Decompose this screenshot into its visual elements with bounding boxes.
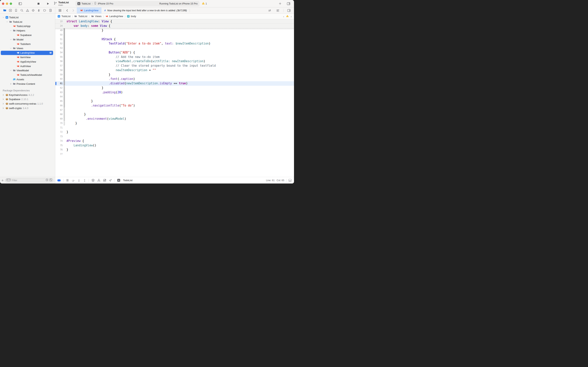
sticky-code-line[interactable]: 24 var body: some View { (55, 24, 294, 28)
sidebar-item-views[interactable]: Views (0, 46, 55, 51)
sidebar-item-landingview[interactable]: LandingViewM (0, 50, 55, 55)
editor-layout-icon[interactable] (57, 8, 63, 13)
sidebar-item-todolistviewmodel[interactable]: TodoListViewModel (0, 73, 55, 77)
code-line[interactable]: 72} (55, 130, 294, 134)
sidebar-item-todolistapp[interactable]: TodoListApp (0, 24, 55, 29)
code-line[interactable]: 53 (55, 46, 294, 50)
line-number[interactable]: 73 (55, 134, 63, 139)
code-line[interactable]: 52 TextField("Enter a to-do item", text:… (55, 42, 294, 46)
disclosure-closed-icon[interactable] (2, 107, 5, 109)
issues-badge[interactable]: 1 (202, 2, 207, 5)
line-number[interactable]: 49 (55, 28, 63, 33)
destination-name[interactable]: iPhone 15 Pro (98, 2, 113, 5)
line-number[interactable]: 75 (55, 143, 63, 148)
code-line[interactable]: 63 .padding(20) (55, 90, 294, 95)
line-number[interactable]: 53 (55, 46, 63, 50)
code-editor[interactable]: 49 }5051 HStack {52 TextField("Enter a t… (55, 19, 294, 177)
line-number[interactable]: 77 (55, 152, 63, 157)
line-number[interactable]: 10 (55, 19, 63, 24)
view-hierarchy-icon[interactable] (91, 179, 95, 182)
sidebar-item-supabase[interactable]: Supabase (0, 33, 55, 37)
code-line[interactable]: 51 HStack { (55, 37, 294, 42)
toggle-inspector-icon[interactable] (286, 1, 291, 6)
line-number[interactable]: 51 (55, 37, 63, 42)
code-line[interactable]: 59 } (55, 73, 294, 77)
line-number[interactable]: 65 (55, 99, 63, 103)
code-line[interactable]: 50 (55, 33, 294, 37)
stop-button[interactable] (36, 1, 41, 6)
breadcrumb-item-body[interactable]: Pbody (127, 15, 136, 18)
sidebar-item-appentryview[interactable]: AppEntryView (0, 59, 55, 64)
line-number[interactable]: 72 (55, 130, 63, 134)
code-line[interactable]: 64 (55, 94, 294, 99)
toggle-debug-area-icon[interactable] (288, 179, 292, 182)
tab-commit[interactable]: # Now clearing the input text field afte… (101, 7, 190, 13)
jump-back-icon[interactable]: ‹ (283, 15, 284, 18)
scheme-activity-pill[interactable]: A TodoList 〉 iPhone 15 Pro Running TodoL… (76, 1, 200, 6)
sidebar-item-model[interactable]: Model (0, 37, 55, 42)
disclosure-closed-icon[interactable] (2, 103, 5, 105)
disclosure-closed-icon[interactable] (2, 94, 5, 96)
code-line[interactable]: 56 viewModel.createToDo(withTitle: newIt… (55, 59, 294, 64)
issue-nav-warning-icon[interactable] (286, 15, 289, 18)
jump-forward-icon[interactable]: › (291, 15, 292, 18)
code-line[interactable]: 68 } (55, 112, 294, 117)
code-line[interactable]: 75 LandingView() (55, 143, 294, 148)
sidebar-item-preview-content[interactable]: Preview Content (0, 82, 55, 86)
breadcrumb-item-todolist[interactable]: TodoList (74, 15, 87, 18)
toggle-navigator-icon[interactable] (17, 1, 23, 6)
code-line[interactable]: 58 newItemDescription = "" (55, 68, 294, 73)
code-line[interactable]: 67 (55, 108, 294, 112)
line-number[interactable]: 56 (55, 59, 63, 64)
disclosure-open-icon[interactable] (9, 47, 12, 49)
environment-overrides-icon[interactable] (103, 179, 106, 182)
code-line[interactable]: 49 } (55, 28, 294, 33)
step-into-icon[interactable] (77, 179, 81, 182)
code-line[interactable]: 54 Button("ADD") { (55, 50, 294, 55)
code-line[interactable]: 65 } (55, 99, 294, 103)
disclosure-open-icon[interactable] (9, 30, 12, 32)
sidebar-item-todolist[interactable]: ATodoList (0, 15, 55, 20)
library-add-button[interactable] (277, 1, 283, 6)
code-line[interactable]: 73 (55, 134, 294, 139)
disclosure-open-icon[interactable] (2, 16, 5, 18)
source-control-icon[interactable] (8, 8, 12, 13)
sticky-code-line[interactable]: 10struct LandingView: View { (55, 19, 294, 24)
scheme-name[interactable]: TodoList (82, 2, 91, 5)
run-button[interactable] (45, 1, 50, 6)
line-number[interactable]: 58 (55, 68, 63, 73)
source-control-filter-icon[interactable] (49, 178, 52, 182)
tests-icon[interactable] (31, 8, 35, 13)
line-number[interactable]: 54 (55, 50, 63, 55)
line-number[interactable]: 70 (55, 121, 63, 125)
line-number[interactable]: 76 (55, 148, 63, 152)
disclosure-open-icon[interactable] (6, 21, 8, 23)
line-number[interactable]: 52 (55, 42, 63, 46)
line-number[interactable]: 67 (55, 108, 63, 112)
line-number[interactable]: 24 (55, 24, 63, 28)
code-line[interactable]: 61 .disabled(newItemDescription.isEmpty … (55, 81, 294, 86)
breadcrumb-item-landingview[interactable]: LandingView (105, 15, 123, 18)
line-number[interactable]: 63 (55, 90, 63, 95)
line-number[interactable]: 71 (55, 125, 63, 130)
sidebar-item-helpers[interactable]: Helpers (0, 28, 55, 33)
filter-input[interactable] (12, 179, 44, 182)
sidebar-item-authview[interactable]: AuthView (0, 64, 55, 68)
location-icon[interactable] (109, 179, 112, 182)
code-line[interactable]: 74#Preview { (55, 139, 294, 143)
line-number[interactable]: 62 (55, 86, 63, 90)
filter-menu-icon[interactable] (6, 178, 11, 182)
code-line[interactable]: 66 .navigationTitle("To do") (55, 103, 294, 108)
code-line[interactable]: 69 .environment(viewModel) (55, 117, 294, 121)
line-number[interactable]: 68 (55, 112, 63, 117)
line-number[interactable]: 74 (55, 139, 63, 143)
disclosure-closed-icon[interactable] (2, 98, 5, 100)
disclosure-open-icon[interactable] (9, 69, 12, 72)
line-number[interactable]: 50 (55, 33, 63, 37)
breakpoints-icon[interactable] (42, 8, 47, 13)
find-icon[interactable] (20, 8, 24, 13)
line-number[interactable]: 59 (55, 73, 63, 77)
package-item-swift-crypto[interactable]: swift-crypto3.4.0 (0, 106, 55, 110)
line-number[interactable]: 66 (55, 103, 63, 108)
minimize-window-button[interactable] (6, 2, 8, 5)
